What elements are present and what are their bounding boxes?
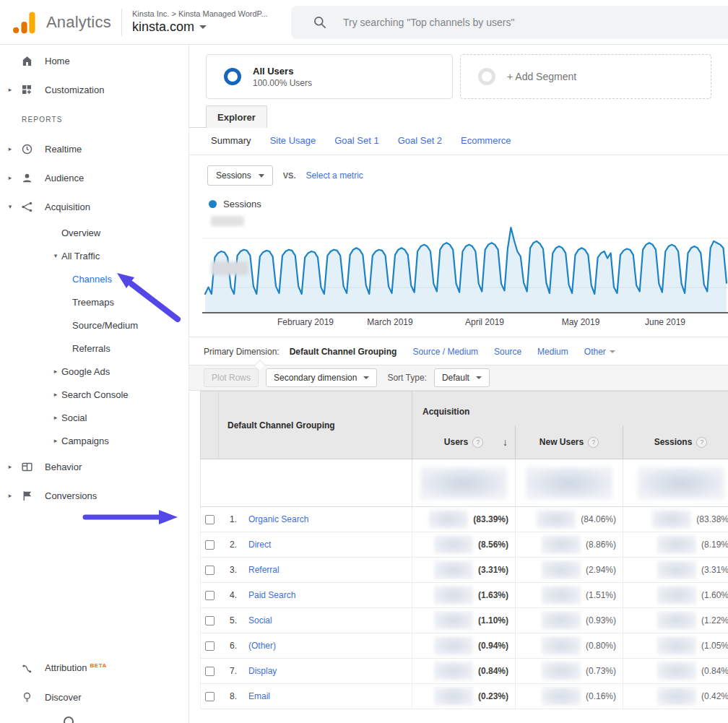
table-row: 4. Paid Search (1.63%) (1.51%) (1.60%) xyxy=(200,583,728,608)
row-checkbox[interactable] xyxy=(205,591,214,600)
sidebar-item-customization[interactable]: ▸ Customization xyxy=(0,75,188,104)
search-icon xyxy=(313,15,327,30)
channel-link[interactable]: Email xyxy=(248,691,270,701)
channel-link[interactable]: (Other) xyxy=(248,641,276,651)
channel-link[interactable]: Direct xyxy=(248,540,271,550)
row-checkbox[interactable] xyxy=(205,692,214,701)
metric-select-dropdown[interactable]: Sessions xyxy=(207,165,273,186)
redacted-value xyxy=(542,687,581,706)
reports-section-label: REPORTS xyxy=(0,104,188,134)
x-axis-tick: June 2019 xyxy=(645,317,685,327)
subtab-site-usage[interactable]: Site Usage xyxy=(270,135,316,146)
subtab-goal-set-1[interactable]: Goal Set 1 xyxy=(334,135,378,146)
new-users-percent: (2.94%) xyxy=(586,565,616,575)
add-segment-button[interactable]: + Add Segment xyxy=(460,54,711,99)
new-users-percent: (0.16%) xyxy=(586,691,616,701)
redacted-value xyxy=(657,662,696,680)
row-checkbox[interactable] xyxy=(205,641,214,651)
metric-selected: Sessions xyxy=(216,170,251,181)
analytics-logo-icon xyxy=(10,8,39,37)
subtab-goal-set-2[interactable]: Goal Set 2 xyxy=(398,135,442,146)
sort-type-dropdown[interactable]: Default xyxy=(434,368,490,387)
new-users-percent: (0.93%) xyxy=(586,615,616,625)
sidebar-item-discover[interactable]: Discover xyxy=(0,683,188,711)
sessions-percent: (0.42%) xyxy=(701,691,728,701)
sidebar-item-audience[interactable]: ▸ Audience xyxy=(0,163,188,192)
acquisition-icon xyxy=(20,200,33,213)
sidebar-item-referrals[interactable]: Referrals xyxy=(0,337,188,360)
acquisition-group-header: Acquisition xyxy=(412,391,728,425)
row-rank: 3. xyxy=(230,565,248,575)
account-picker[interactable]: Kinsta Inc. > Kinsta Managed WordP... ki… xyxy=(122,9,287,35)
logo-text: Analytics xyxy=(46,13,111,32)
dimension-source-medium[interactable]: Source / Medium xyxy=(412,347,478,357)
subtab-ecommerce[interactable]: Ecommerce xyxy=(461,135,511,146)
attribution-label: Attribution xyxy=(45,663,87,674)
sidebar-item-social[interactable]: ▸ Social xyxy=(0,406,188,429)
sessions-chart[interactable]: February 2019 March 2019 April 2019 May … xyxy=(189,214,728,329)
behavior-icon xyxy=(20,460,33,473)
row-rank: 2. xyxy=(230,540,248,550)
channel-link[interactable]: Referral xyxy=(248,565,280,575)
redacted-value xyxy=(434,687,473,706)
sort-descending-icon: ↓ xyxy=(503,436,508,448)
sidebar-item-channels[interactable]: Channels xyxy=(0,267,188,290)
sidebar-item-acquisition[interactable]: ▾ Acquisition xyxy=(0,192,188,221)
redacted-value xyxy=(542,586,581,605)
sidebar-item-home[interactable]: Home xyxy=(0,46,188,75)
secondary-dimension-dropdown[interactable]: Secondary dimension xyxy=(266,368,377,387)
row-checkbox[interactable] xyxy=(205,616,214,625)
sidebar-item-treemaps[interactable]: Treemaps xyxy=(0,290,188,313)
select-a-metric-link[interactable]: Select a metric xyxy=(306,170,363,181)
channel-link[interactable]: Social xyxy=(248,615,272,625)
sidebar-item-all-traffic[interactable]: ▾ All Traffic xyxy=(0,244,188,267)
help-icon[interactable]: ? xyxy=(696,437,707,448)
sidebar-item-google-ads[interactable]: ▸ Google Ads xyxy=(0,360,188,383)
dimension-default-channel-grouping[interactable]: Default Channel Grouping xyxy=(290,347,397,357)
legend-dot-icon xyxy=(209,200,217,208)
channel-link[interactable]: Paid Search xyxy=(248,590,295,600)
users-column-header[interactable]: Users ? ↓ xyxy=(412,425,515,459)
row-checkbox[interactable] xyxy=(205,566,214,575)
sessions-percent: (3.31%) xyxy=(701,565,728,575)
primary-dimension-bar: Primary Dimension: Default Channel Group… xyxy=(189,337,728,365)
analytics-logo[interactable]: Analytics xyxy=(0,8,121,37)
sidebar-item-conversions[interactable]: ▸ Conversions xyxy=(0,481,188,510)
sidebar-item-search-console[interactable]: ▸ Search Console xyxy=(0,383,188,406)
plot-rows-button[interactable]: Plot Rows xyxy=(204,368,259,387)
conversions-icon xyxy=(20,489,33,502)
sidebar-item-overview[interactable]: Overview xyxy=(0,221,188,244)
channel-link[interactable]: Organic Search xyxy=(248,514,308,524)
sidebar-item-behavior[interactable]: ▸ Behavior xyxy=(0,452,188,481)
x-axis-tick: April 2019 xyxy=(465,317,504,327)
tab-explorer[interactable]: Explorer xyxy=(206,105,267,128)
attribution-icon xyxy=(20,662,33,675)
dimension-other-dropdown[interactable]: Other xyxy=(584,347,615,357)
sidebar-item-source-medium[interactable]: Source/Medium xyxy=(0,313,188,337)
row-checkbox[interactable] xyxy=(205,515,214,524)
channels-table: Default Channel Grouping Acquisition Use… xyxy=(200,391,728,709)
help-icon[interactable]: ? xyxy=(472,437,483,448)
channel-link[interactable]: Display xyxy=(248,666,277,676)
table-toolbar: Plot Rows Secondary dimension Sort Type:… xyxy=(189,365,728,391)
search-input[interactable]: Try searching "Top channels by users" xyxy=(291,6,728,39)
row-checkbox[interactable] xyxy=(205,667,214,676)
dimension-column-header[interactable]: Default Channel Grouping xyxy=(218,391,412,459)
new-users-column-header[interactable]: New Users ? xyxy=(515,425,623,459)
sessions-percent: (83.38%) xyxy=(696,514,728,524)
chevron-down-icon xyxy=(476,376,482,379)
app-header: Analytics Kinsta Inc. > Kinsta Managed W… xyxy=(0,0,728,45)
sidebar-item-realtime[interactable]: ▸ Realtime xyxy=(0,134,188,163)
row-checkbox[interactable] xyxy=(205,540,214,550)
segment-subtitle: 100.00% Users xyxy=(253,78,312,88)
admin-gear-icon-partial[interactable] xyxy=(64,716,74,723)
sidebar-item-campaigns[interactable]: ▸ Campaigns xyxy=(0,429,188,452)
sessions-percent: (1.60%) xyxy=(701,590,728,600)
dimension-source[interactable]: Source xyxy=(494,347,521,357)
segment-all-users[interactable]: All Users 100.00% Users xyxy=(206,54,453,99)
sessions-column-header[interactable]: Sessions ? xyxy=(623,425,728,459)
help-icon[interactable]: ? xyxy=(588,437,599,448)
sidebar-item-attribution[interactable]: AttributionBETA xyxy=(0,654,188,683)
subtab-summary[interactable]: Summary xyxy=(211,135,251,146)
dimension-medium[interactable]: Medium xyxy=(537,347,568,357)
